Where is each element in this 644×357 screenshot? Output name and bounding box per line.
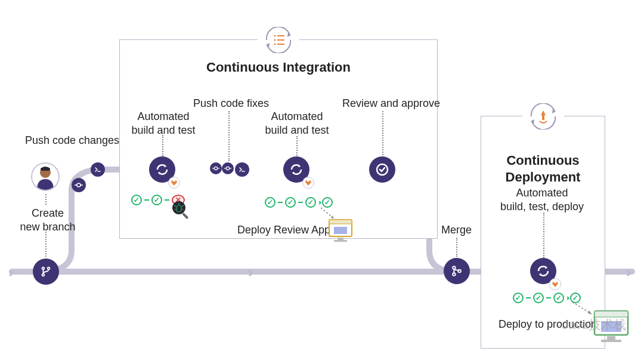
- cd-title: Continuous Deployment: [481, 152, 605, 185]
- push-changes-label: Push code changes: [25, 134, 119, 147]
- svg-point-11: [214, 167, 217, 170]
- check-icon: ✓: [131, 195, 142, 205]
- deploy-review-label: Deploy Review App: [237, 223, 330, 237]
- svg-point-14: [226, 167, 229, 170]
- review-node: [369, 156, 395, 183]
- check-icon: ✓: [513, 293, 524, 303]
- gitlab-badge-icon: [168, 177, 180, 189]
- ci-cycle-icon: [258, 26, 299, 54]
- cd-cycle-icon: [522, 102, 564, 131]
- check-icon: ✓: [285, 197, 296, 208]
- ci-section: Continuous Integration: [119, 39, 438, 239]
- user-avatar: [31, 162, 60, 191]
- ci-title: Continuous Integration: [120, 59, 437, 76]
- commit-node: [72, 178, 86, 192]
- chevron-icon: ››: [626, 265, 628, 281]
- dotted-line: [382, 111, 383, 158]
- create-branch-label: Create new branch: [18, 207, 78, 233]
- auto-btd-label: Automated build, test, deploy: [497, 186, 587, 213]
- check-icon: ✓: [151, 195, 162, 205]
- check-icon: ✓: [265, 197, 275, 208]
- svg-rect-26: [338, 238, 343, 240]
- bug-magnifier-icon: [171, 199, 192, 221]
- chevron-icon: ››: [566, 294, 568, 302]
- dotted-line: [162, 135, 163, 156]
- terminal-node: [91, 162, 105, 177]
- svg-point-8: [77, 183, 80, 187]
- gitlab-badge-icon: [302, 177, 314, 189]
- chevron-icon: ››: [248, 265, 250, 281]
- dotted-line: [228, 111, 230, 161]
- chevron-icon: ››: [8, 265, 10, 281]
- svg-point-0: [274, 35, 276, 37]
- gitlab-badge-icon: [549, 278, 561, 290]
- commit-node: [210, 162, 222, 174]
- svg-rect-31: [607, 336, 615, 340]
- svg-rect-3: [277, 39, 284, 41]
- svg-rect-22: [182, 213, 188, 219]
- pipeline-status-3: ✓ ✓ ✓ ›› ✓: [513, 293, 581, 303]
- svg-rect-1: [277, 35, 284, 36]
- chevron-icon: ››: [318, 198, 320, 207]
- review-approve-label: Review and approve: [342, 97, 440, 110]
- merge-label: Merge: [441, 223, 472, 237]
- dashed-arrow: [571, 301, 595, 318]
- review-app-monitor-icon: [328, 218, 353, 241]
- dotted-line: [45, 194, 47, 205]
- check-icon: ✓: [305, 197, 316, 208]
- auto-build-test-2-label: Automated build and test: [261, 110, 333, 137]
- svg-rect-27: [334, 240, 347, 242]
- dotted-line: [543, 213, 544, 258]
- dotted-line: [456, 238, 457, 257]
- auto-build-test-1-label: Automated build and test: [128, 110, 199, 137]
- svg-rect-32: [601, 340, 621, 342]
- svg-rect-24: [329, 220, 352, 224]
- branch-node: [33, 258, 59, 285]
- svg-point-18: [453, 266, 456, 269]
- commit-node: [222, 162, 234, 174]
- check-icon: ✓: [533, 293, 544, 303]
- svg-rect-5: [277, 44, 284, 45]
- push-fixes-label: Push code fixes: [193, 97, 269, 110]
- terminal-node: [235, 162, 249, 177]
- watermark: Java技术栈: [562, 316, 626, 333]
- check-icon: ✓: [553, 293, 564, 303]
- merge-node: [444, 258, 470, 284]
- svg-point-2: [274, 39, 276, 41]
- svg-rect-25: [334, 227, 347, 234]
- dotted-line: [296, 136, 298, 158]
- svg-point-19: [453, 273, 456, 276]
- dotted-line: [45, 232, 47, 257]
- svg-rect-6: [542, 115, 544, 120]
- svg-point-4: [274, 44, 276, 45]
